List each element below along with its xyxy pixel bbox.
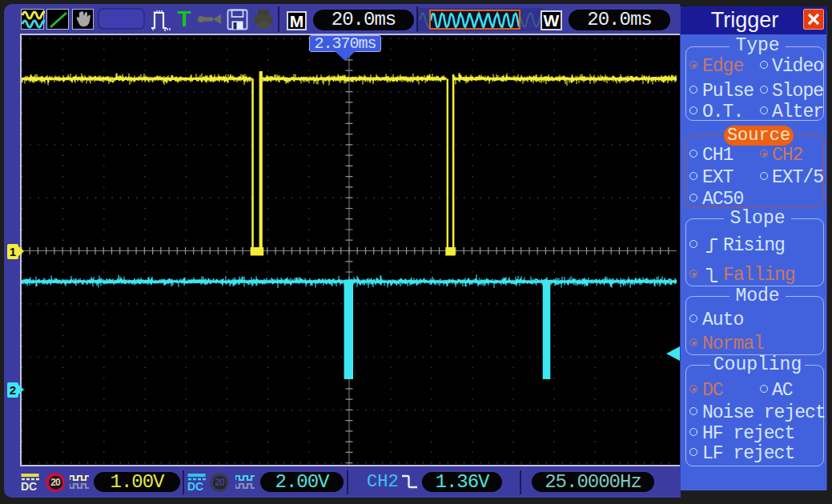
- svg-text:DC: DC: [21, 480, 37, 491]
- svg-text:DC: DC: [187, 480, 203, 491]
